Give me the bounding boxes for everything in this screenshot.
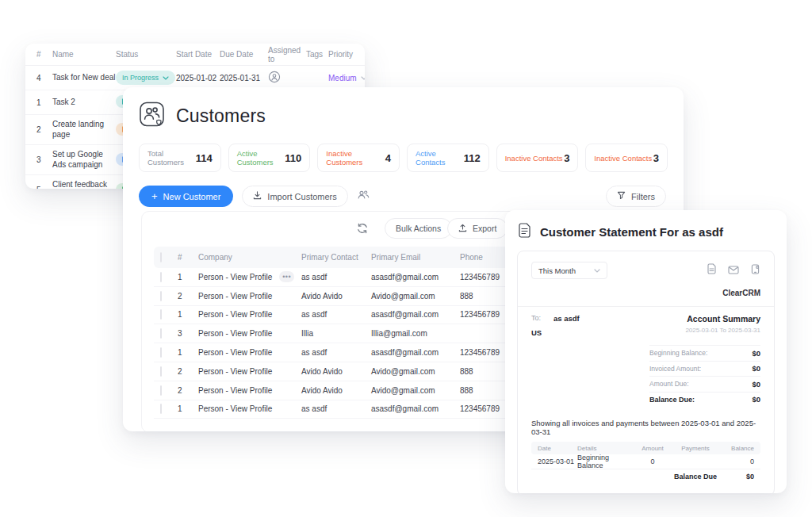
customer-email: Illia@gmail.com xyxy=(371,329,460,338)
customer-email: Avido@gmail.com xyxy=(371,386,460,395)
priority-label: Medium xyxy=(328,74,357,82)
phone-icon[interactable] xyxy=(750,263,760,278)
st-col-amount: Amount xyxy=(636,445,669,452)
refresh-button[interactable] xyxy=(356,222,369,238)
col-contact: Primary Contact xyxy=(301,253,371,262)
customer-email: asasdf@gmail.com xyxy=(371,273,460,281)
stats-row: Total Customers114Active Customers110Ina… xyxy=(123,137,684,172)
row-checkbox[interactable] xyxy=(160,291,162,301)
merge-contacts-button[interactable] xyxy=(357,190,370,204)
summary-row: Beginning Balance:$0 xyxy=(649,345,760,361)
task-num: 5 xyxy=(36,186,52,189)
upload-icon xyxy=(458,224,467,234)
tasks-col-due: Due Date xyxy=(220,50,268,59)
st-date: 2025-03-01 xyxy=(531,458,577,465)
to-name: as asdf xyxy=(553,314,580,323)
customer-num: 3 xyxy=(178,329,198,338)
filters-button[interactable]: Filters xyxy=(606,186,666,207)
row-checkbox[interactable] xyxy=(160,366,162,377)
col-email: Primary Email xyxy=(371,253,460,262)
row-checkbox[interactable] xyxy=(160,404,162,414)
customer-num: 1 xyxy=(178,404,198,413)
export-button[interactable]: Export xyxy=(447,218,508,239)
st-col-details: Details xyxy=(577,445,636,452)
stat-value: 114 xyxy=(196,152,213,164)
customer-company-link[interactable]: Person - View Profile xyxy=(198,386,272,395)
summary-value: $0 xyxy=(752,364,760,373)
summary-label: Beginning Balance: xyxy=(649,349,707,357)
customer-company-link[interactable]: Person - View Profile xyxy=(198,348,272,357)
import-customers-label: Import Customers xyxy=(267,192,336,201)
task-name: Client feedback review xyxy=(52,180,116,189)
pdf-file-icon[interactable] xyxy=(707,263,717,278)
bulk-actions-label: Bulk Actions xyxy=(396,224,441,233)
row-checkbox[interactable] xyxy=(160,328,162,339)
stat-card: Inactive Contacts3 xyxy=(585,144,668,172)
customer-contact: as asdf xyxy=(301,348,371,357)
stat-label: Total Customers xyxy=(147,149,196,167)
customer-num: 2 xyxy=(178,367,198,376)
row-menu-button[interactable]: ••• xyxy=(279,271,294,282)
assignee-avatar-icon[interactable] xyxy=(268,71,281,83)
stat-card: Active Customers110 xyxy=(228,144,311,172)
summary-label: Amount Due: xyxy=(649,380,689,388)
customer-email: Avido@gmail.com xyxy=(371,292,460,301)
bulk-actions-button[interactable]: Bulk Actions xyxy=(385,218,452,239)
st-balance: 0 xyxy=(722,458,760,465)
page-title: Customers xyxy=(176,105,266,127)
customer-num: 1 xyxy=(178,273,198,281)
email-icon[interactable] xyxy=(728,263,739,278)
stat-label: Inactive Contacts xyxy=(594,154,652,163)
row-checkbox[interactable] xyxy=(160,347,162,358)
tasks-col-priority: Priority xyxy=(328,50,365,59)
account-period: 2025-03-01 To 2025-03-31 xyxy=(685,327,760,334)
period-select[interactable]: This Month xyxy=(531,262,607,279)
customer-company-link[interactable]: Person - View Profile xyxy=(198,292,272,301)
summary-row: Balance Due:$0 xyxy=(649,392,760,408)
task-name: Task 2 xyxy=(52,98,116,108)
balance-due-value: $0 xyxy=(722,473,760,481)
customer-contact: as asdf xyxy=(301,404,371,413)
task-name: Task for New deal xyxy=(52,73,116,83)
row-checkbox[interactable] xyxy=(160,385,162,396)
summary-row: Amount Due:$0 xyxy=(649,376,760,392)
select-all-checkbox[interactable] xyxy=(160,252,162,262)
st-details: Beginning Balance xyxy=(577,454,636,469)
customer-company-link[interactable]: Person - View Profile xyxy=(198,273,272,281)
task-status-cell: In Progress xyxy=(116,71,176,85)
import-customers-button[interactable]: Import Customers xyxy=(242,186,347,207)
tasks-col-assigned: Assigned to xyxy=(268,46,306,63)
showing-text: Showing all invoices and payments betwee… xyxy=(531,419,760,436)
summary-row: Invoiced Amount:$0 xyxy=(649,361,760,377)
to-label: To: xyxy=(531,314,541,323)
statement-card: This Month xyxy=(517,251,775,496)
customer-company-link[interactable]: Person - View Profile xyxy=(198,329,272,338)
new-customer-button[interactable]: + New Customer xyxy=(139,186,233,207)
row-checkbox[interactable] xyxy=(160,272,162,282)
tasks-col-start: Start Date xyxy=(176,50,220,59)
period-select-value: This Month xyxy=(538,266,576,275)
customer-company-link[interactable]: Person - View Profile xyxy=(198,310,272,319)
customer-email: asasdf@gmail.com xyxy=(371,348,460,357)
summary-value: $0 xyxy=(752,349,760,358)
brand-text: ClearCRM xyxy=(531,289,760,297)
chevron-down-icon xyxy=(594,269,600,273)
status-label: In Progress xyxy=(122,74,159,82)
filters-label: Filters xyxy=(631,192,655,201)
stat-value: 4 xyxy=(385,152,391,164)
stat-label: Active Customers xyxy=(237,149,285,167)
stat-card: Active Contacts112 xyxy=(407,144,489,172)
task-num: 1 xyxy=(36,98,52,107)
customer-contact: Avido Avido xyxy=(301,386,371,395)
customer-company-link[interactable]: Person - View Profile xyxy=(198,367,272,376)
customer-email: asasdf@gmail.com xyxy=(371,310,460,319)
customer-num: 2 xyxy=(178,386,198,395)
statement-doc-icon xyxy=(518,223,531,241)
status-badge[interactable]: In Progress xyxy=(116,71,175,85)
customer-company-link[interactable]: Person - View Profile xyxy=(198,404,272,413)
statement-table-header: Date Details Amount Payments Balance xyxy=(531,442,760,454)
priority-dropdown[interactable]: Medium xyxy=(328,74,365,82)
filter-funnel-icon xyxy=(617,191,626,201)
tasks-table-header: # Name Status Start Date Due Date Assign… xyxy=(25,44,365,66)
row-checkbox[interactable] xyxy=(160,309,162,320)
